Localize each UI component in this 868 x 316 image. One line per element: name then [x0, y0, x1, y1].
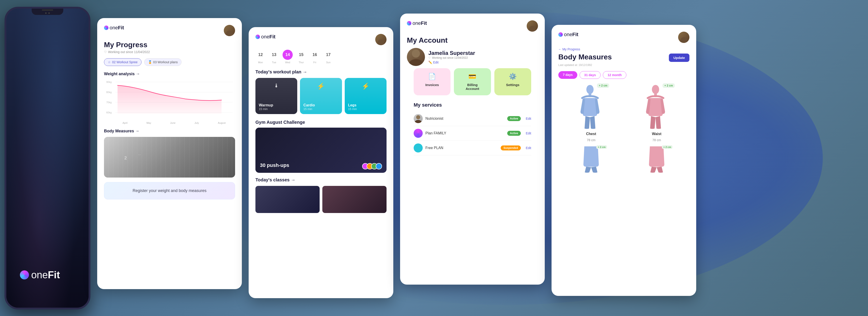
screen2-exercise-legs[interactable]: ⚡ Legs 15 min [345, 78, 386, 114]
screen4-pill-31days[interactable]: 31 days [580, 71, 600, 79]
screen2-day-fri[interactable]: 16 Fri [310, 50, 320, 64]
screen3-service-plan-family: Plan FAMILY Active Edit [414, 126, 531, 141]
screen2-legs-time: 15 min [348, 107, 383, 111]
screen3-user-info: Jamelia Superstar ♡ Working out since 11… [428, 50, 475, 64]
screen4-waist-figure: + 2 cm [643, 85, 670, 142]
screen1-body: My Progress ♡ Working out since 11/04/20… [97, 41, 242, 199]
notch-dot-camera [45, 12, 46, 14]
screen2-class-thumb-2[interactable] [322, 186, 386, 213]
heart-icon: ♡ [104, 50, 107, 54]
screen2-day-num-thu: 15 [296, 50, 306, 60]
screen3-plan-family-edit[interactable]: Edit [526, 131, 531, 135]
screen4-logo-dot [558, 32, 563, 37]
screen4-hip-delta: + 2 cm [596, 145, 607, 149]
screen1-body-measures-title[interactable]: Body Measures → [104, 129, 235, 133]
screen4-chest-label: Chest [586, 132, 596, 136]
screen2-day-tue[interactable]: 13 Tue [269, 50, 279, 64]
screen4-back-body-img: + 2 cm [643, 85, 670, 130]
screen2-classes-grid [249, 183, 393, 213]
screen3-working-since: ♡ Working out since 11/04/2022 [428, 56, 475, 59]
phone-notch [32, 8, 63, 15]
screen3-free-plan-edit[interactable]: Edit [526, 146, 531, 150]
screen3-billing-label: BillingAccount [466, 83, 479, 91]
notch-dot-sensor [49, 12, 50, 14]
screen2-day-num-tue: 13 [269, 50, 279, 60]
screen3-edit-link[interactable]: ✏️ Edit [428, 61, 475, 64]
screen4-hip-front: + 2 cm [580, 146, 602, 175]
svg-point-11 [412, 50, 420, 58]
screen2-day-thu[interactable]: 15 Thur [296, 50, 306, 64]
screen2-day-mon[interactable]: 12 Mon [255, 50, 266, 64]
screen3-avatar[interactable] [527, 20, 538, 32]
screens-container: oneFit My Progress ♡ Working out since 1… [97, 18, 696, 298]
phone-logo-icon [20, 271, 29, 279]
screen-body-measures: oneFit ← My Progress Body Measures Updat… [552, 25, 696, 296]
screen3-nutricionist-edit[interactable]: Edit [526, 117, 531, 120]
screen3-plan-family-name: Plan FAMILY [426, 131, 504, 135]
screen3-invoices-label: Invoices [426, 83, 439, 87]
screen2-exercise-warmup[interactable]: 🌡 Warmup 15 min [255, 78, 297, 114]
screen2-day-wed[interactable]: 14 Wed [283, 50, 293, 64]
screen4-pill-7days[interactable]: 7 days [558, 71, 577, 79]
screen2-avatar[interactable] [375, 34, 386, 45]
screen3-plan-family-badge: Active [507, 131, 521, 136]
screen2-day-name-tue: Tue [272, 61, 276, 64]
screen3-brand: oneFit [407, 20, 427, 26]
screen3-settings-label: Settings [506, 83, 520, 87]
screen3-logo-dot [407, 21, 411, 26]
screen4-avatar[interactable] [678, 32, 689, 43]
hip-body-svg [580, 146, 602, 173]
screen1-working-since: ♡ Working out since 11/04/2022 [104, 50, 235, 54]
svg-text:70kg: 70kg [106, 101, 112, 104]
screen3-brand-text: oneFit [412, 20, 427, 26]
svg-point-14 [414, 120, 422, 123]
participant-avatar-4 [376, 163, 382, 169]
screen1-tab-workout-spree[interactable]: ☆ 02 Workout Spree [104, 58, 142, 66]
phone-background [6, 8, 89, 308]
screen1-body-measures-section: Body Measures → 2 ... Register your weig… [104, 129, 235, 199]
screen1-brand-text: oneFit [110, 25, 124, 31]
phone-content: oneFit [6, 8, 89, 308]
screen2-day-name-sun: Sun [326, 61, 331, 64]
screen2-cardio-time: 15 min [303, 107, 338, 111]
screen2-day-name-thu: Thur [299, 61, 304, 64]
screen4-title-row: Body Measures Update [558, 53, 689, 62]
screen4-waist-delta: + 2 cm [662, 83, 675, 88]
front-body-svg [578, 85, 602, 130]
screen4-waist-label: Waist [652, 132, 661, 136]
hip-back-container: + 2 cm [645, 146, 668, 175]
screen4-last-updated: Last updated at: 19/12/1992 [558, 63, 689, 67]
screen1-register-card[interactable]: Register your weight and body measures [104, 182, 235, 199]
screen4-back-link[interactable]: ← My Progress [558, 48, 689, 51]
screen2-cardio-name: Cardio [303, 103, 338, 107]
screen3-service-icons: 📄 Invoices 💳 BillingAccount ⚙️ Settings [407, 68, 538, 95]
screen3-service-nutricionist: Nutricionist Active Edit [414, 112, 531, 126]
screen4-hip-back-delta: + 2 cm [662, 145, 673, 149]
screen1-avatar[interactable] [224, 25, 235, 36]
screen4-chest-value: 78 cm [587, 138, 595, 142]
screen3-free-plan-badge: Suspended [501, 146, 521, 151]
screen2-class-thumb-1[interactable] [255, 186, 320, 213]
screen1-tab-workout-plans[interactable]: 🏅 03 Workout plans [144, 58, 182, 66]
svg-point-17 [652, 85, 659, 94]
screen2-day-name-wed: Wed [285, 61, 290, 64]
screen2-day-sun[interactable]: 17 Sun [323, 50, 333, 64]
screen3-invoices-card[interactable]: 📄 Invoices [414, 68, 451, 95]
screen-account: oneFit My Account Jamelia Superstar [400, 13, 545, 285]
hip-front-container: + 2 cm [580, 146, 602, 175]
screen2-classes-header: Today's classes → [249, 177, 393, 183]
screen2-exercise-cardio[interactable]: ⚡ Cardio 15 min [300, 78, 342, 114]
screen2-warmup-name: Warmup [259, 103, 294, 107]
screen3-settings-card[interactable]: ⚙️ Settings [494, 68, 531, 95]
screen1-weight-analysis-title[interactable]: Weight analysis → [104, 72, 235, 76]
screen3-free-plan-name: Free PLAN [426, 146, 498, 150]
screen4-pill-12month[interactable]: 12 month [603, 71, 626, 79]
screen2-challenge-card[interactable]: 30 push-ups [255, 128, 386, 173]
screen3-billing-card[interactable]: 💳 BillingAccount [454, 68, 491, 95]
nutricionist-portrait [414, 114, 423, 123]
screen2-day-num-wed: 14 [283, 50, 293, 60]
legs-lightning-icon: ⚡ [362, 83, 370, 90]
screen2-day-num-fri: 16 [310, 50, 320, 60]
screen3-my-services: My services Nutricionist Active Edit [407, 102, 538, 155]
screen4-update-button[interactable]: Update [669, 54, 689, 62]
